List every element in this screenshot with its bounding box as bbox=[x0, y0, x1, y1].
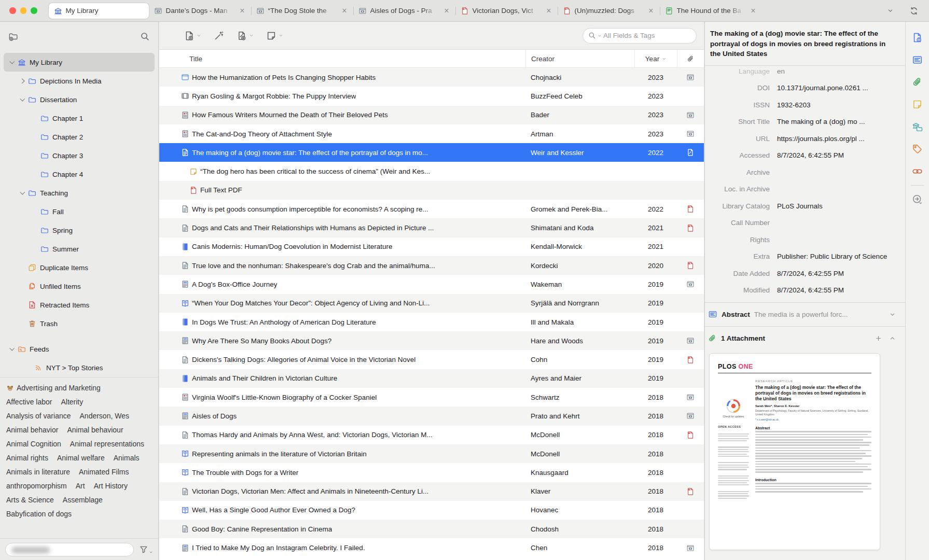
tag-item[interactable]: Advertising and Marketing bbox=[6, 383, 101, 393]
tab[interactable]: The Hound of the Ba × bbox=[660, 3, 762, 19]
tag-item[interactable]: Animal behaviour bbox=[67, 425, 123, 435]
item-row[interactable]: Dickens's Talking Dogs: Allegories of An… bbox=[159, 350, 704, 369]
item-row[interactable]: The making of a (dog) movie star: The ef… bbox=[159, 143, 704, 162]
collection-item[interactable]: Dissertation bbox=[4, 90, 155, 109]
tag-item[interactable]: Animated Films bbox=[79, 467, 129, 477]
tab[interactable]: Dante’s Dogs - Man × bbox=[149, 3, 251, 19]
column-header-creator[interactable]: Creator bbox=[525, 50, 634, 67]
item-row[interactable]: A Dog's Box-Office Journey Wakeman 2019 bbox=[159, 275, 704, 293]
attachment-preview-card[interactable]: PLOS ONE Check for updates OPEN ACCESS R… bbox=[709, 353, 880, 550]
collection-search-icon[interactable] bbox=[140, 32, 150, 41]
tab-close-icon[interactable]: × bbox=[647, 7, 654, 15]
search-options-chevron-icon[interactable] bbox=[598, 34, 602, 38]
tag-item[interactable]: Animal rights bbox=[6, 453, 48, 463]
expand-abstract-chevron-icon[interactable] bbox=[889, 311, 896, 318]
twisty-icon[interactable] bbox=[8, 61, 16, 63]
notes-icon[interactable] bbox=[912, 99, 923, 110]
field-value[interactable]: 8/7/2024, 6:42:55 PM bbox=[777, 285, 905, 295]
tag-item[interactable]: Anderson, Wes bbox=[80, 411, 129, 421]
attachments-icon[interactable] bbox=[912, 77, 923, 88]
item-row[interactable]: Canis Modernis: Human/Dog Coevolution in… bbox=[159, 237, 704, 256]
item-row[interactable]: Representing animals in the literature o… bbox=[159, 444, 704, 463]
metadata-field[interactable]: Loc. in Archive bbox=[705, 181, 905, 198]
tag-item[interactable]: Affective labor bbox=[6, 397, 52, 407]
field-value[interactable]: 1932-6203 bbox=[777, 100, 905, 110]
item-row[interactable]: I Tried to Make My Dog an Instagram Cele… bbox=[159, 538, 704, 557]
metadata-field[interactable]: Rights bbox=[705, 232, 905, 249]
item-row[interactable]: Animals and Their Children in Victorian … bbox=[159, 369, 704, 388]
metadata-field[interactable]: Call Number bbox=[705, 215, 905, 232]
search-input[interactable] bbox=[603, 32, 695, 39]
tag-item[interactable]: Babyfication of dogs bbox=[6, 509, 72, 519]
collection-item[interactable]: Chapter 4 bbox=[4, 165, 155, 184]
new-attachment-button[interactable] bbox=[237, 31, 254, 41]
field-value[interactable]: PLoS Journals bbox=[777, 201, 905, 211]
related-icon[interactable] bbox=[912, 166, 923, 177]
item-row[interactable]: How the Humanization of Pets Is Changing… bbox=[159, 68, 704, 87]
item-row[interactable]: Victorian Dogs, Victorian Men: Affect an… bbox=[159, 482, 704, 501]
item-info-icon[interactable] bbox=[912, 32, 923, 43]
item-row[interactable]: Dogs and Cats and Their Relationships wi… bbox=[159, 218, 704, 237]
metadata-field[interactable]: URL https://journals.plos.org/pl ... bbox=[705, 131, 905, 148]
tab[interactable]: Victorian Dogs, Vict × bbox=[455, 3, 558, 19]
metadata-field[interactable]: Accessed 8/7/2024, 6:42:55 PM bbox=[705, 147, 905, 164]
tag-item[interactable]: Art History bbox=[94, 481, 128, 491]
metadata-field[interactable]: ISSN 1932-6203 bbox=[705, 97, 905, 114]
tab[interactable]: My Library × bbox=[49, 3, 149, 19]
collection-item[interactable]: My Library bbox=[4, 53, 155, 72]
item-row[interactable]: Ryan Gosling & Margot Robbie: The Puppy … bbox=[159, 87, 704, 105]
libraries-collections-icon[interactable] bbox=[912, 121, 923, 132]
tag-item[interactable]: Animals bbox=[114, 453, 140, 463]
item-row[interactable]: Aisles of Dogs Prato and Kehrt 2018 bbox=[159, 407, 704, 425]
metadata-field[interactable]: Language en bbox=[705, 63, 905, 80]
item-row[interactable]: Why Are There So Many Books About Dogs? … bbox=[159, 331, 704, 350]
metadata-field[interactable]: DOI 10.1371/journal.pone.0261 ... bbox=[705, 80, 905, 97]
field-value[interactable]: The making of a (dog) mo ... bbox=[777, 117, 905, 127]
item-row[interactable]: The Trouble with Dogs for a Writer Knaus… bbox=[159, 463, 704, 482]
close-window-button[interactable] bbox=[9, 7, 16, 14]
twisty-icon[interactable] bbox=[18, 99, 26, 101]
field-value[interactable]: en bbox=[777, 66, 905, 76]
new-collection-icon[interactable] bbox=[8, 32, 18, 41]
item-row[interactable]: Thomas Hardy and Animals by Anna West, a… bbox=[159, 426, 704, 444]
tag-item[interactable]: Animals in literature bbox=[6, 467, 70, 477]
collection-item[interactable]: Chapter 2 bbox=[4, 128, 155, 146]
add-attachment-plus-icon[interactable] bbox=[875, 335, 882, 342]
collection-item[interactable]: Retracted Items bbox=[4, 296, 155, 314]
abstract-section-header[interactable]: Abstract The media is a powerful forc... bbox=[705, 302, 905, 326]
collapse-attachments-chevron-icon[interactable] bbox=[889, 335, 896, 342]
collection-item[interactable]: Trash bbox=[4, 314, 155, 333]
tab-close-icon[interactable]: × bbox=[545, 7, 552, 15]
tags-icon[interactable] bbox=[912, 144, 923, 155]
item-row[interactable]: Why is pet goods consumption imperceptib… bbox=[159, 200, 704, 218]
collection-item[interactable]: Feeds bbox=[4, 340, 155, 358]
tab-list-chevron-icon[interactable] bbox=[887, 7, 894, 14]
metadata-field[interactable]: Date Added 8/7/2024, 6:42:55 PM bbox=[705, 265, 905, 283]
tag-item[interactable]: Arts & Science bbox=[6, 495, 54, 505]
tag-item[interactable]: Alterity bbox=[61, 397, 83, 407]
tab-close-icon[interactable]: × bbox=[750, 7, 756, 15]
tag-item[interactable]: Animal welfare bbox=[57, 453, 105, 463]
metadata-field[interactable]: Library Catalog PLoS Journals bbox=[705, 198, 905, 215]
new-item-button[interactable] bbox=[184, 31, 201, 41]
search-field[interactable] bbox=[583, 28, 697, 44]
collection-item[interactable]: Chapter 1 bbox=[4, 109, 155, 128]
collection-item[interactable]: Duplicate Items bbox=[4, 258, 155, 277]
item-row[interactable]: In Dogs We Trust: An Anthology of Americ… bbox=[159, 313, 704, 331]
collection-item[interactable]: Spring bbox=[4, 221, 155, 240]
item-row[interactable]: “The dog hero has been critical to the s… bbox=[159, 162, 704, 180]
tag-filter-input[interactable] bbox=[5, 543, 134, 556]
tag-item[interactable]: Analysis of variance bbox=[6, 411, 71, 421]
item-row[interactable]: The Cat-and-Dog Theory of Attachment Sty… bbox=[159, 124, 704, 143]
metadata-field[interactable]: Modified 8/7/2024, 6:42:55 PM bbox=[705, 282, 905, 299]
locate-icon[interactable] bbox=[912, 194, 923, 205]
tab-close-icon[interactable]: × bbox=[341, 7, 348, 15]
collection-item[interactable]: Unfiled Items bbox=[4, 277, 155, 296]
twisty-icon[interactable] bbox=[8, 348, 16, 350]
item-row[interactable]: Virginia Woolf's Little-Known Biography … bbox=[159, 388, 704, 407]
twisty-icon[interactable] bbox=[18, 192, 26, 194]
add-by-identifier-button[interactable] bbox=[214, 31, 224, 41]
metadata-field[interactable]: Short Title The making of a (dog) mo ... bbox=[705, 114, 905, 131]
tag-item[interactable]: Animal Cognition bbox=[6, 439, 61, 449]
tab[interactable]: “The Dog Stole the × bbox=[251, 3, 353, 19]
